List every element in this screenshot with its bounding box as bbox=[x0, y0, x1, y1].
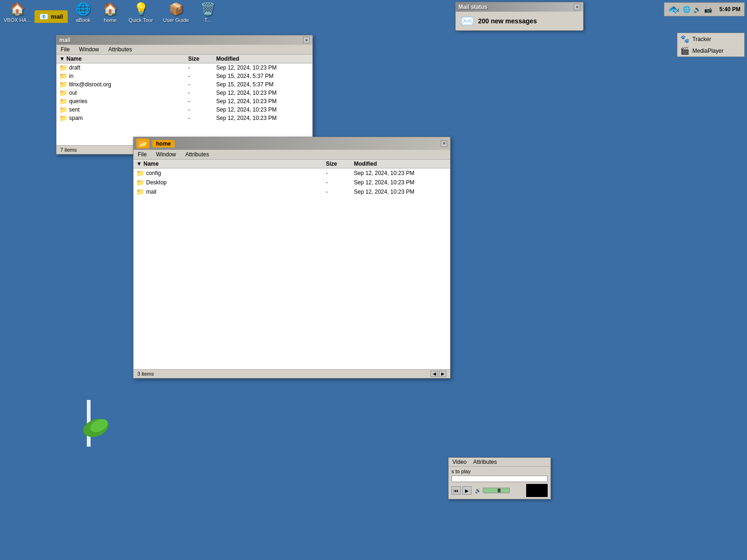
mediaplayer-icon: 🎬 bbox=[680, 46, 690, 55]
tray-haiku-logo: 🐟 bbox=[668, 4, 680, 15]
home-column-headers: ▼ Name Size Modified bbox=[134, 160, 450, 168]
file-modified-mail: Sep 12, 2024, 10:23 PM bbox=[354, 189, 447, 195]
file-name-out: 📁 out bbox=[59, 89, 188, 97]
folder-icon: 📁 bbox=[59, 72, 67, 80]
mail-col-modified[interactable]: Modified bbox=[216, 56, 310, 62]
mail-col-name[interactable]: ▼ Name bbox=[59, 56, 188, 62]
file-modified-draft: Sep 12, 2024, 10:23 PM bbox=[216, 64, 310, 71]
file-name-draft: 📁 draft bbox=[59, 64, 188, 71]
userguide-label: User Guide bbox=[163, 17, 189, 23]
tracker-icon: 🐾 bbox=[680, 35, 690, 43]
mail-window-titlebar: mail ✕ bbox=[56, 35, 312, 45]
desktop-icon-userguide[interactable]: 📦 User Guide bbox=[160, 2, 192, 23]
file-size-sent: - bbox=[188, 106, 216, 113]
home-menu-file[interactable]: File bbox=[136, 151, 148, 158]
table-row[interactable]: 📁 sent - Sep 12, 2024, 10:23 PM bbox=[56, 105, 312, 114]
home-scroll-right-arrow[interactable]: ▶ bbox=[439, 371, 446, 377]
media-menu-attributes[interactable]: Attributes bbox=[473, 459, 497, 465]
mail-status-body: ✉️ 200 new messages bbox=[456, 12, 583, 30]
table-row[interactable]: 📁 out - Sep 12, 2024, 10:23 PM bbox=[56, 89, 312, 97]
media-menu-video[interactable]: Video bbox=[452, 459, 466, 465]
file-modified-desktop: Sep 12, 2024, 10:23 PM bbox=[354, 179, 447, 186]
desktop-icon-abook[interactable]: 🌐 aBook bbox=[71, 2, 95, 23]
taskbar: 🏠 VBOX HA... 📧 mail 🌐 aBook 🏠 home 💡 Qui… bbox=[0, 0, 747, 25]
desktop-icon-quicktour[interactable]: 💡 Quick Tour bbox=[126, 2, 156, 23]
folder-icon: 📁 bbox=[59, 81, 67, 88]
home-menu-window[interactable]: Window bbox=[155, 151, 177, 158]
mail-menu-window[interactable]: Window bbox=[78, 46, 100, 53]
file-name-ltlnx: 📁 ltlnx@disroot.org bbox=[59, 81, 188, 88]
home-title-area: 📂 home bbox=[136, 139, 175, 148]
mail-status-close[interactable]: ✕ bbox=[574, 4, 580, 10]
file-size-queries: - bbox=[188, 98, 216, 105]
media-volume-slider[interactable] bbox=[483, 488, 510, 493]
home-file-window: 📂 home ✕ File Window Attributes ▼ Name S… bbox=[133, 137, 451, 378]
table-row[interactable]: 📁 config - Sep 12, 2024, 10:23 PM bbox=[134, 168, 450, 178]
file-modified-queries: Sep 12, 2024, 10:23 PM bbox=[216, 98, 310, 105]
userguide-icon: 📦 bbox=[169, 2, 183, 16]
home-icon: 🏠 bbox=[103, 2, 118, 16]
folder-icon: 📁 bbox=[59, 64, 67, 71]
table-row[interactable]: 📁 mail - Sep 12, 2024, 10:23 PM bbox=[134, 187, 450, 196]
mail-envelope-icon: ✉️ bbox=[460, 14, 474, 28]
tray-icon-volume[interactable]: 🔊 bbox=[693, 6, 701, 13]
desktop-icon-home[interactable]: 🏠 home bbox=[99, 2, 122, 23]
table-row[interactable]: 📁 draft - Sep 12, 2024, 10:23 PM bbox=[56, 63, 312, 72]
home-folder-icon: 📂 bbox=[136, 139, 149, 148]
home-status-count: 3 items bbox=[137, 371, 154, 377]
right-panel: 🐾 Tracker 🎬 MediaPlayer bbox=[677, 33, 745, 57]
home-col-name[interactable]: ▼ Name bbox=[136, 161, 326, 167]
abook-icon: 🌐 bbox=[76, 2, 91, 16]
mail-win-close[interactable]: ✕ bbox=[303, 37, 310, 43]
home-menu-attributes[interactable]: Attributes bbox=[184, 151, 211, 158]
media-play-btn[interactable]: ▶ bbox=[462, 486, 472, 495]
quicktour-label: Quick Tour bbox=[128, 17, 153, 23]
media-preview-screen bbox=[526, 484, 548, 497]
table-row[interactable]: 📁 in - Sep 15, 2024, 5:37 PM bbox=[56, 72, 312, 80]
file-size-spam: - bbox=[188, 115, 216, 121]
right-panel-item-tracker[interactable]: 🐾 Tracker bbox=[677, 33, 744, 45]
media-body: s to play ⏮ ▶ 🔊 bbox=[449, 467, 550, 499]
mail-menu-file[interactable]: File bbox=[59, 46, 71, 53]
mail-count-text: 200 new messages bbox=[478, 17, 537, 25]
home-scroll-arrows: ◀ ▶ bbox=[430, 371, 446, 377]
file-size-out: - bbox=[188, 90, 216, 96]
media-prev-btn[interactable]: ⏮ bbox=[451, 486, 461, 495]
table-row[interactable]: 📁 Desktop - Sep 12, 2024, 10:23 PM bbox=[134, 178, 450, 187]
home-scroll-left-arrow[interactable]: ◀ bbox=[430, 371, 438, 377]
active-tab-mail[interactable]: 📧 mail bbox=[35, 10, 68, 23]
file-name-sent: 📁 sent bbox=[59, 106, 188, 113]
folder-icon: 📁 bbox=[59, 89, 67, 97]
file-name-config: 📁 config bbox=[136, 169, 326, 177]
media-progress-bar[interactable] bbox=[451, 476, 548, 482]
home-label: home bbox=[104, 17, 117, 23]
desktop-icon-trash[interactable]: 🗑️ T... bbox=[196, 2, 219, 23]
mail-status-window: Mail status ✕ ✉️ 200 new messages bbox=[455, 2, 584, 31]
mail-column-headers: ▼ Name Size Modified bbox=[56, 55, 312, 63]
home-win-close[interactable]: ✕ bbox=[441, 140, 447, 147]
table-row[interactable]: 📁 queries - Sep 12, 2024, 10:23 PM bbox=[56, 97, 312, 105]
table-row[interactable]: 📁 ltlnx@disroot.org - Sep 15, 2024, 5:37… bbox=[56, 80, 312, 89]
desktop-icon-vbox[interactable]: 🏠 VBOX HA... bbox=[4, 2, 31, 23]
home-col-size[interactable]: Size bbox=[326, 161, 354, 167]
file-size-desktop: - bbox=[326, 179, 354, 186]
mail-tab-icon: 📧 bbox=[39, 12, 49, 21]
tray-icon-camera[interactable]: 📷 bbox=[704, 6, 712, 13]
file-modified-config: Sep 12, 2024, 10:23 PM bbox=[354, 170, 447, 176]
file-modified-spam: Sep 12, 2024, 10:23 PM bbox=[216, 115, 310, 121]
home-col-modified[interactable]: Modified bbox=[354, 161, 447, 167]
media-player-window: Video Attributes s to play ⏮ ▶ 🔊 bbox=[448, 457, 551, 499]
mail-menu-attributes[interactable]: Attributes bbox=[107, 46, 134, 53]
haiku-bird-logo bbox=[65, 395, 112, 453]
file-modified-ltlnx: Sep 15, 2024, 5:37 PM bbox=[216, 81, 310, 88]
table-row[interactable]: 📁 spam - Sep 12, 2024, 10:23 PM bbox=[56, 114, 312, 122]
mediaplayer-label: MediaPlayer bbox=[692, 48, 724, 54]
right-panel-item-mediaplayer[interactable]: 🎬 MediaPlayer bbox=[677, 45, 744, 56]
abook-label: aBook bbox=[76, 17, 90, 23]
mail-col-size[interactable]: Size bbox=[188, 56, 216, 62]
folder-icon: 📁 bbox=[136, 169, 144, 177]
media-volume-icon: 🔊 bbox=[475, 488, 481, 494]
mail-window-title: mail bbox=[59, 37, 70, 43]
mail-status-count: 7 items bbox=[60, 147, 77, 153]
tray-icon-network[interactable]: 🌐 bbox=[683, 6, 691, 13]
